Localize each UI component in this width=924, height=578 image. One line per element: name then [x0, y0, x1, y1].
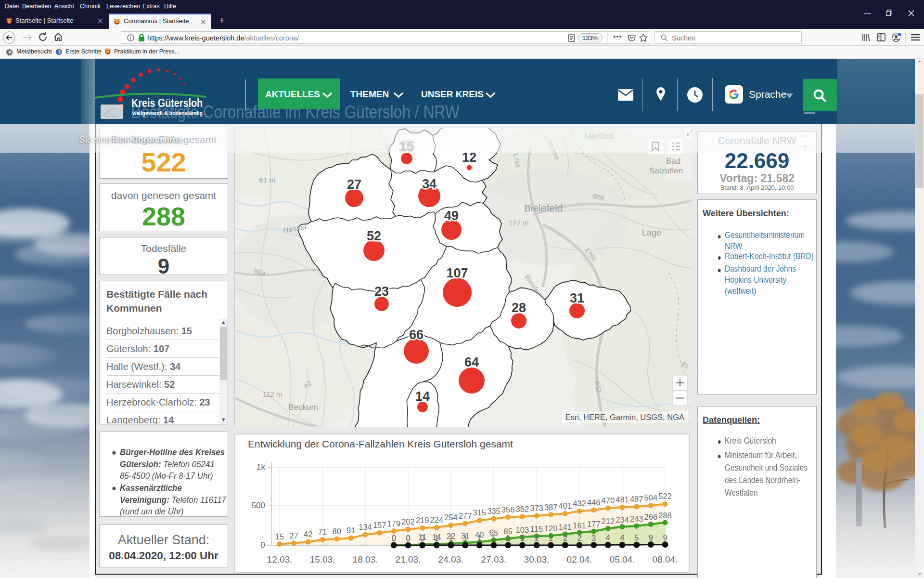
svg-text:08.04.: 08.04.: [653, 554, 678, 565]
svg-text:212: 212: [602, 517, 615, 525]
svg-text:Lage: Lage: [642, 228, 661, 237]
svg-text:27.03.: 27.03.: [481, 554, 507, 565]
svg-text:Salzuflen: Salzuflen: [649, 166, 683, 175]
svg-text:02.04.: 02.04.: [567, 554, 592, 565]
svg-text:177: 177: [587, 520, 601, 528]
svg-text:481: 481: [616, 495, 629, 504]
svg-text:15.03.: 15.03.: [310, 554, 335, 565]
svg-text:1: 1: [491, 534, 496, 542]
svg-text:4: 4: [606, 533, 610, 542]
svg-text:61 m: 61 m: [259, 176, 275, 184]
svg-text:234: 234: [616, 515, 629, 524]
svg-text:1k: 1k: [257, 462, 265, 472]
svg-text:1: 1: [449, 534, 453, 542]
svg-text:373: 373: [530, 504, 543, 512]
svg-text:432: 432: [573, 499, 586, 508]
svg-text:0: 0: [392, 534, 396, 542]
svg-text:52: 52: [367, 229, 381, 243]
svg-text:4: 4: [620, 533, 624, 542]
svg-text:9: 9: [663, 533, 667, 542]
svg-text:504: 504: [644, 493, 658, 502]
svg-text:21.03.: 21.03.: [396, 554, 421, 565]
svg-text:219: 219: [416, 516, 429, 525]
svg-text:34: 34: [422, 177, 436, 191]
svg-text:387: 387: [544, 503, 558, 512]
svg-text:202: 202: [401, 517, 415, 526]
svg-text:80: 80: [333, 527, 341, 536]
svg-text:0: 0: [420, 534, 424, 542]
svg-text:179: 179: [387, 519, 401, 528]
svg-text:49: 49: [444, 209, 459, 223]
svg-text:401: 401: [559, 501, 572, 510]
svg-text:31: 31: [570, 291, 584, 305]
svg-text:71: 71: [318, 527, 327, 536]
svg-text:115: 115: [530, 525, 543, 533]
svg-text:15: 15: [275, 532, 284, 541]
svg-text:9: 9: [649, 533, 653, 542]
svg-text:05.04.: 05.04.: [610, 554, 635, 565]
svg-text:127 m: 127 m: [509, 219, 529, 227]
svg-text:107: 107: [446, 266, 468, 280]
svg-text:2: 2: [563, 534, 567, 542]
svg-text:27: 27: [290, 531, 298, 540]
svg-text:446: 446: [587, 498, 601, 507]
svg-text:28: 28: [512, 301, 526, 315]
svg-text:5: 5: [634, 533, 639, 542]
svg-text:224: 224: [430, 515, 444, 524]
svg-text:157: 157: [373, 521, 386, 529]
svg-text:Beckum: Beckum: [288, 403, 318, 412]
svg-text:30.03.: 30.03.: [524, 554, 550, 565]
svg-text:522: 522: [658, 492, 672, 500]
svg-text:1: 1: [534, 534, 539, 542]
svg-text:277: 277: [459, 512, 472, 520]
svg-text:487: 487: [630, 495, 643, 503]
svg-text:362: 362: [516, 505, 529, 513]
svg-text:103: 103: [516, 525, 529, 534]
svg-text:288: 288: [658, 511, 672, 520]
svg-text:Kreis Gütersloh: Kreis Gütersloh: [131, 97, 203, 109]
svg-text:18.03.: 18.03.: [353, 554, 378, 565]
svg-text:2: 2: [577, 534, 581, 542]
svg-text:500: 500: [252, 501, 265, 510]
svg-text:64: 64: [464, 355, 479, 369]
svg-text:141: 141: [559, 523, 572, 531]
svg-text:0: 0: [406, 534, 410, 542]
svg-text:356: 356: [501, 505, 515, 514]
svg-text:Bielefeld: Bielefeld: [524, 202, 563, 213]
svg-text:1: 1: [463, 534, 467, 542]
svg-text:243: 243: [630, 514, 643, 523]
svg-text:27: 27: [347, 177, 361, 192]
svg-text:254: 254: [444, 513, 458, 522]
svg-text:1: 1: [506, 534, 510, 542]
svg-text:23: 23: [374, 284, 389, 299]
svg-text:3: 3: [591, 534, 596, 542]
svg-text:134: 134: [359, 523, 372, 531]
svg-text:66: 66: [409, 328, 424, 342]
svg-text:91: 91: [346, 526, 355, 535]
svg-text:24.03.: 24.03.: [438, 554, 464, 565]
svg-text:Bad: Bad: [666, 157, 680, 166]
svg-text:335: 335: [487, 507, 500, 515]
svg-text:120: 120: [544, 524, 558, 533]
svg-text:1: 1: [477, 534, 482, 542]
svg-text:42: 42: [304, 530, 312, 539]
svg-text:161: 161: [573, 521, 586, 530]
svg-text:0: 0: [261, 540, 265, 550]
svg-text:1: 1: [549, 534, 553, 542]
svg-text:weltgewandt & bodenständig: weltgewandt & bodenständig: [132, 109, 203, 117]
svg-text:14: 14: [415, 389, 430, 404]
svg-text:1: 1: [520, 534, 525, 542]
svg-text:266: 266: [644, 512, 658, 521]
svg-text:112 m: 112 m: [263, 390, 282, 398]
svg-text:12.03.: 12.03.: [267, 554, 293, 565]
svg-text:470: 470: [602, 496, 615, 505]
svg-text:1: 1: [435, 534, 439, 542]
svg-text:315: 315: [473, 508, 487, 517]
svg-text:Esri, HERE, Garmin, USGS, NGA: Esri, HERE, Garmin, USGS, NGA: [565, 413, 684, 421]
